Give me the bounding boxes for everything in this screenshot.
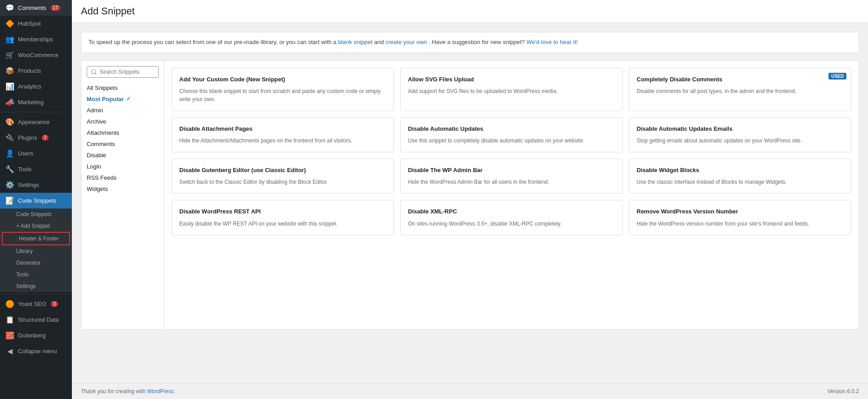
yoast-icon: 🟠 bbox=[5, 300, 14, 308]
filter-item-most-popular[interactable]: Most Popular ✓ bbox=[81, 93, 164, 105]
sub-item-settings[interactable]: Settings bbox=[0, 280, 72, 292]
filter-item-widgets[interactable]: Widgets bbox=[81, 183, 164, 195]
sidebar-item-label: Gutenberg bbox=[18, 332, 45, 339]
snippet-desc-9: Easily disable the WP REST API on your w… bbox=[179, 220, 386, 228]
sidebar-item-gutenberg[interactable]: 🧱 Gutenberg bbox=[0, 328, 72, 343]
snippet-desc-0: Choose this blank snippet to start from … bbox=[179, 87, 386, 103]
snippet-title-11: Remove WordPress Version Number bbox=[637, 208, 844, 216]
snippet-title-1: Allow SVG Files Upload bbox=[408, 75, 615, 84]
filter-panel: All SnippetsMost Popular ✓AdminArchiveAt… bbox=[81, 61, 164, 329]
filter-item-all-snippets[interactable]: All Snippets bbox=[81, 82, 164, 93]
snippet-title-2: Completely Disable Comments bbox=[637, 75, 844, 84]
collapse-icon: ◀ bbox=[5, 347, 14, 355]
search-input[interactable] bbox=[87, 66, 159, 78]
page-header: Add Snippet bbox=[72, 0, 868, 23]
footer-thank-you: Thank you for creating with bbox=[81, 388, 146, 395]
filter-item-attachments[interactable]: Attachments bbox=[81, 127, 164, 138]
filter-items-container: All SnippetsMost Popular ✓AdminArchiveAt… bbox=[81, 82, 164, 195]
snippet-desc-1: Add support for SVG files to be uploaded… bbox=[408, 87, 615, 95]
sidebar-item-label: Settings bbox=[18, 182, 39, 188]
snippet-card-4[interactable]: Disable Automatic UpdatesUse this snippe… bbox=[400, 117, 623, 152]
snippet-card-5[interactable]: Disable Automatic Updates EmailsStop get… bbox=[629, 117, 851, 152]
snippet-desc-10: On sites running WordPress 3.5+, disable… bbox=[408, 220, 615, 228]
snippet-title-6: Disable Gutenberg Editor (use Classic Ed… bbox=[179, 166, 386, 174]
filter-item-disable[interactable]: Disable bbox=[81, 150, 164, 161]
snippet-card-7[interactable]: Disable The WP Admin BarHide the WordPre… bbox=[400, 159, 623, 194]
sub-item-code-snippets[interactable]: Code Snippets bbox=[0, 208, 72, 220]
snippet-title-0: Add Your Custom Code (New Snippet) bbox=[179, 75, 386, 84]
footer-wordpress-link[interactable]: WordPress bbox=[147, 388, 173, 395]
sidebar-item-woocommerce[interactable]: 🛒 WooCommerce bbox=[0, 47, 72, 63]
sidebar-item-label: Plugins bbox=[18, 134, 37, 141]
sidebar-item-label: Structured Data bbox=[18, 316, 59, 323]
sub-item-library[interactable]: Library bbox=[0, 245, 72, 257]
sidebar-item-comments[interactable]: 💬 Comments 17 bbox=[0, 0, 72, 16]
used-badge-2: USED bbox=[828, 73, 846, 80]
users-icon: 👤 bbox=[5, 149, 14, 158]
structured-data-icon: 📋 bbox=[5, 315, 14, 324]
settings-icon: ⚙️ bbox=[5, 181, 14, 189]
snippet-card-2[interactable]: Completely Disable CommentsDisable comme… bbox=[629, 68, 851, 111]
snippet-card-0[interactable]: Add Your Custom Code (New Snippet)Choose… bbox=[172, 68, 394, 111]
sidebar-item-settings[interactable]: ⚙️ Settings bbox=[0, 177, 72, 193]
snippet-title-8: Disable Widget Blocks bbox=[637, 166, 844, 174]
page-footer: Thank you for creating with WordPress. V… bbox=[72, 383, 868, 399]
appearance-icon: 🎨 bbox=[5, 118, 14, 126]
sidebar-item-products[interactable]: 📦 Products bbox=[0, 63, 72, 79]
filter-item-login[interactable]: Login bbox=[81, 161, 164, 172]
comments-icon: 💬 bbox=[5, 4, 14, 12]
snippet-desc-3: Hide the Attachment/Attachments pages on… bbox=[179, 137, 386, 145]
hear-it-link[interactable]: We'd love to hear it! bbox=[527, 39, 578, 45]
create-own-link[interactable]: create your own bbox=[385, 39, 427, 45]
blank-snippet-link[interactable]: blank snippet bbox=[338, 39, 372, 45]
gutenberg-icon: 🧱 bbox=[5, 331, 14, 340]
sidebar-item-collapse-menu[interactable]: ◀ Collapse menu bbox=[0, 343, 72, 359]
sidebar-item-tools[interactable]: 🔧 Tools bbox=[0, 161, 72, 177]
sidebar-item-marketing[interactable]: 📣 Marketing bbox=[0, 94, 72, 110]
sidebar-item-memberships[interactable]: 👥 Memberships bbox=[0, 31, 72, 47]
memberships-icon: 👥 bbox=[5, 35, 14, 44]
sub-item-tools[interactable]: Tools bbox=[0, 269, 72, 280]
sidebar-item-label: Marketing bbox=[18, 99, 44, 106]
code-snippets-submenu: Code Snippets + Add Snippet Header & Foo… bbox=[0, 208, 72, 292]
comments-badge: 17 bbox=[51, 5, 60, 11]
info-text3: . Have a suggestion for new snippet? bbox=[429, 39, 525, 45]
filter-item-comments[interactable]: Comments bbox=[81, 138, 164, 150]
snippet-desc-11: Hide the WordPress version number from y… bbox=[637, 220, 844, 228]
sidebar-item-code-snippets[interactable]: 📝 Code Snippets bbox=[0, 193, 72, 208]
sidebar-item-label: HubSpot bbox=[18, 20, 41, 27]
filter-search-container bbox=[81, 66, 164, 82]
filter-item-admin[interactable]: Admin bbox=[81, 105, 164, 116]
sidebar-item-label: Memberships bbox=[18, 36, 53, 43]
snippet-card-1[interactable]: Allow SVG Files UploadAdd support for SV… bbox=[400, 68, 623, 111]
plugins-icon: 🔌 bbox=[5, 133, 14, 142]
snippet-card-10[interactable]: Disable XML-RPCOn sites running WordPres… bbox=[400, 200, 623, 235]
sidebar-item-hubspot[interactable]: 🔶 HubSpot bbox=[0, 16, 72, 31]
sidebar: 💬 Comments 17 🔶 HubSpot 👥 Memberships 🛒 … bbox=[0, 0, 72, 399]
hubspot-icon: 🔶 bbox=[5, 19, 14, 28]
sub-item-header-footer[interactable]: Header & Footer bbox=[2, 232, 70, 245]
snippet-card-11[interactable]: Remove WordPress Version NumberHide the … bbox=[629, 200, 851, 235]
filter-item-rss-feeds[interactable]: RSS Feeds bbox=[81, 172, 164, 183]
sidebar-item-label: Comments bbox=[18, 4, 46, 11]
yoast-badge: 3 bbox=[51, 301, 58, 307]
snippet-desc-8: Use the classic interface instead of Blo… bbox=[637, 178, 844, 186]
sidebar-item-yoast-seo[interactable]: 🟠 Yoast SEO 3 bbox=[0, 296, 72, 312]
sidebar-item-appearance[interactable]: 🎨 Appearance bbox=[0, 114, 72, 130]
sidebar-item-users[interactable]: 👤 Users bbox=[0, 146, 72, 161]
snippet-card-8[interactable]: Disable Widget BlocksUse the classic int… bbox=[629, 159, 851, 194]
plugins-badge: 7 bbox=[42, 135, 49, 141]
filter-item-archive[interactable]: Archive bbox=[81, 116, 164, 127]
snippet-card-6[interactable]: Disable Gutenberg Editor (use Classic Ed… bbox=[172, 159, 394, 194]
snippet-card-9[interactable]: Disable WordPress REST APIEasily disable… bbox=[172, 200, 394, 235]
footer-left: Thank you for creating with WordPress. bbox=[81, 388, 175, 395]
sub-item-add-snippet[interactable]: + Add Snippet bbox=[0, 220, 72, 232]
sidebar-item-analytics[interactable]: 📊 Analytics bbox=[0, 79, 72, 94]
sidebar-item-label: Products bbox=[18, 67, 41, 74]
sidebar-item-structured-data[interactable]: 📋 Structured Data bbox=[0, 312, 72, 328]
snippet-card-3[interactable]: Disable Attachment PagesHide the Attachm… bbox=[172, 117, 394, 152]
snippet-title-3: Disable Attachment Pages bbox=[179, 125, 386, 133]
sub-item-generator[interactable]: Generator bbox=[0, 257, 72, 269]
sidebar-item-plugins[interactable]: 🔌 Plugins 7 bbox=[0, 130, 72, 146]
snippet-title-10: Disable XML-RPC bbox=[408, 208, 615, 216]
